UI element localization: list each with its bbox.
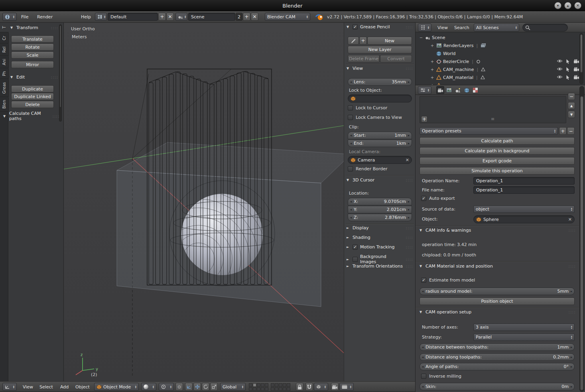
scrollbar-thumb[interactable]	[580, 34, 583, 73]
renderable-toggle[interactable]	[573, 59, 579, 65]
viewport-shading-dropdown[interactable]	[141, 383, 156, 391]
menu-select[interactable]: Select	[37, 383, 56, 391]
layer-cell[interactable]	[257, 383, 260, 387]
move-operation-up-button[interactable]: ▲	[568, 102, 575, 109]
outliner-search-field[interactable]	[522, 24, 568, 32]
inverse-milling-row[interactable]: Inverse milling	[421, 374, 461, 379]
outliner-row-renderlayers[interactable]: RenderLayers	[416, 41, 579, 49]
transform-orientations-panel-header[interactable]: Transform Orientations	[347, 264, 413, 269]
auto-export-row[interactable]: Auto export	[421, 196, 455, 201]
layer-cell[interactable]	[253, 387, 256, 391]
tab-render-layers[interactable]	[445, 86, 453, 94]
motion-tracking-panel-header[interactable]: Motion Tracking	[347, 244, 413, 250]
scene-browse[interactable]	[175, 13, 187, 21]
scale-manipulator-button[interactable]	[210, 383, 218, 391]
clip-end-slider[interactable]: End:1km	[348, 140, 412, 147]
renderable-toggle[interactable]	[573, 67, 579, 73]
layer-cell[interactable]	[287, 387, 290, 391]
render-engine-dropdown[interactable]: Blender CAM	[265, 13, 310, 21]
clear-camera-button[interactable]: ✕	[406, 158, 409, 163]
hide-toggle[interactable]	[557, 59, 563, 64]
add-operation-button[interactable]: +	[421, 116, 427, 122]
menu-help[interactable]: Help	[78, 13, 94, 21]
viewport-canvas[interactable]: z y	[64, 23, 344, 381]
distance-along-toolpaths-slider[interactable]: Distance along toolpaths:0.2mm	[420, 353, 575, 361]
outliner-menu-search[interactable]: Search	[451, 24, 472, 32]
strategy-dropdown[interactable]: Parallel	[473, 333, 575, 341]
grease-pencil-panel-header[interactable]: Grease Pencil	[347, 24, 413, 30]
layer-cell[interactable]	[271, 387, 274, 391]
angle-of-paths-slider[interactable]: Angle of paths:0°	[420, 363, 575, 370]
outliner-menu-view[interactable]: View	[435, 24, 451, 32]
expand-toggle-icon[interactable]	[419, 35, 423, 40]
grease-pencil-checkbox[interactable]	[353, 24, 358, 30]
new-layer-button[interactable]: New Layer	[348, 46, 412, 53]
manipulator-toggle[interactable]	[185, 383, 193, 391]
object-field[interactable]: Sphere ✕	[473, 215, 575, 223]
layer-cell[interactable]	[275, 387, 278, 391]
toolshelf-tab-relations[interactable]: Rel	[0, 44, 9, 56]
viewport-3d[interactable]: z y User Ortho Meters (2)	[64, 23, 344, 381]
selectable-toggle[interactable]	[566, 67, 570, 73]
position-object-button[interactable]: Position object	[420, 297, 575, 305]
calculate-path-background-button[interactable]: Calculate path in background	[420, 147, 575, 155]
layer-cell[interactable]	[265, 387, 268, 391]
scene-users-count[interactable]: 2	[236, 13, 242, 21]
tab-render[interactable]	[436, 86, 444, 94]
add-preset-button[interactable]: +	[559, 127, 567, 135]
file-name-field[interactable]: Operation_1	[473, 186, 575, 194]
scene-add-button[interactable]: +	[243, 13, 250, 21]
toolshelf-tab-animation[interactable]: Ani	[0, 56, 9, 68]
motion-tracking-checkbox[interactable]	[353, 244, 358, 250]
inverse-milling-checkbox[interactable]	[421, 374, 426, 379]
list-resize-grip[interactable]: ≡	[491, 116, 494, 122]
lock-to-cursor-row[interactable]: Lock to Cursor	[348, 105, 387, 110]
delete-button[interactable]: Delete	[11, 101, 54, 108]
export-gcode-button[interactable]: Export gcode	[420, 157, 575, 165]
render-border-row[interactable]: Render Border	[348, 166, 388, 171]
snap-toggle[interactable]	[305, 383, 313, 391]
cursor-x-field[interactable]: X:9.0705cm	[348, 198, 412, 205]
outliner-row-beziercircle[interactable]: BezierCircle	[416, 57, 579, 65]
layer-cell[interactable]	[279, 383, 282, 387]
edit-panel-header[interactable]: Edit	[10, 75, 58, 80]
scene-lock-toggle[interactable]	[296, 383, 303, 391]
duplicate-button[interactable]: Duplicate	[11, 85, 54, 93]
view-panel-header[interactable]: View	[347, 66, 413, 71]
expand-toggle-icon[interactable]	[430, 75, 435, 80]
operation-name-field[interactable]: Operation_1	[473, 177, 575, 185]
lock-camera-checkbox[interactable]	[348, 115, 353, 120]
tab-scene[interactable]	[454, 86, 462, 94]
mirror-button[interactable]: Mirror	[11, 61, 54, 68]
outliner-row-cam-machine[interactable]: CAM_machine	[416, 65, 579, 73]
mode-dropdown[interactable]: Object Mode	[94, 383, 139, 391]
window-close-button[interactable]: ✕	[574, 2, 581, 9]
scrollbar-thumb[interactable]	[580, 96, 583, 390]
layer-group-2[interactable]	[271, 383, 290, 391]
layer-cell[interactable]	[275, 383, 278, 387]
layer-buttons[interactable]	[249, 383, 290, 391]
layer-cell-active[interactable]	[253, 383, 256, 387]
menu-window[interactable]	[57, 13, 62, 21]
render-border-checkbox[interactable]	[348, 166, 353, 171]
cam-material-panel-header[interactable]: CAM Material size and position	[420, 264, 576, 269]
pivot-point-dropdown[interactable]	[159, 383, 174, 391]
lens-slider[interactable]: Lens:35mm	[348, 78, 412, 86]
estimate-from-model-row[interactable]: Estimate from model	[421, 278, 475, 283]
editor-type-selector-3dview[interactable]	[2, 383, 17, 391]
hide-toggle[interactable]	[557, 67, 563, 72]
clear-object-button[interactable]: ✕	[568, 217, 572, 222]
outliner-scrollbar[interactable]	[579, 33, 583, 84]
toolshelf-tab-create[interactable]: Cr	[0, 33, 9, 43]
rotate-manipulator-button[interactable]	[202, 383, 209, 391]
tab-texture[interactable]	[471, 86, 479, 94]
scale-button[interactable]: Scale	[11, 51, 54, 59]
editor-type-selector-properties[interactable]	[418, 86, 431, 94]
toolshelf-tab-blender-cam[interactable]: Blen	[0, 97, 9, 112]
simulate-operation-button[interactable]: Simulate this operation	[420, 167, 575, 175]
translate-button[interactable]: Translate	[11, 35, 54, 43]
cam-info-panel-header[interactable]: CAM info & warnings	[420, 228, 576, 233]
opengl-render-button[interactable]	[331, 383, 339, 391]
tab-world[interactable]	[463, 86, 471, 94]
grease-pencil-new-button[interactable]: New	[367, 37, 412, 45]
